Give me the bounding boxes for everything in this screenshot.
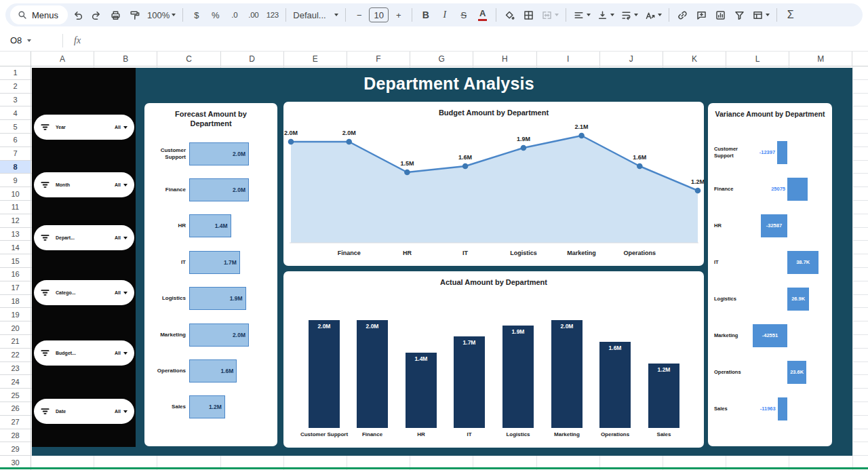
actual-chart[interactable]: Actual Amount by Department 2.0MCustomer…: [283, 271, 704, 448]
row-header-26[interactable]: 26: [0, 402, 31, 416]
row-header-10[interactable]: 10: [0, 187, 31, 201]
redo-button[interactable]: [87, 5, 106, 24]
column-header-C[interactable]: C: [157, 52, 220, 66]
bold-button[interactable]: B: [416, 5, 435, 24]
row-header-23[interactable]: 23: [0, 362, 31, 376]
bar: 23.6K: [787, 361, 806, 384]
row-header-2[interactable]: 2: [0, 80, 31, 94]
fill-color-button[interactable]: [500, 5, 519, 24]
undo-button[interactable]: [68, 5, 87, 24]
format-percent-button[interactable]: %: [206, 5, 224, 24]
filter-depart[interactable]: Depart...All: [34, 225, 134, 250]
text-color-button[interactable]: A: [473, 5, 492, 24]
variance-chart[interactable]: Variance Amount by Department Customer S…: [708, 103, 832, 446]
row-header-7[interactable]: 7: [0, 147, 31, 161]
italic-button[interactable]: I: [435, 5, 454, 24]
bar: 1.7M: [454, 336, 485, 428]
decrease-font-size-button[interactable]: −: [350, 5, 368, 24]
column-header-M[interactable]: M: [789, 52, 852, 66]
row-header-24[interactable]: 24: [0, 375, 31, 389]
bar: 1.4M: [189, 214, 231, 237]
row-header-8[interactable]: 8: [0, 161, 31, 174]
select-all-corner[interactable]: [0, 52, 31, 66]
row-header-11[interactable]: 11: [0, 201, 31, 214]
google-sheets-app: Menus 100% $ % .0 .00 123 Defaul... − 10…: [0, 0, 868, 470]
insert-link-button[interactable]: [673, 5, 692, 24]
filter-catego[interactable]: Catego...All: [34, 280, 134, 305]
toolbar-divider: [776, 8, 777, 22]
row-header-5[interactable]: 5: [0, 120, 31, 134]
print-button[interactable]: [106, 5, 125, 24]
filter-month[interactable]: MonthAll: [34, 172, 134, 197]
column-header-I[interactable]: I: [537, 52, 600, 66]
forecast-chart[interactable]: Forecast Amount by Department Customer S…: [144, 103, 277, 446]
filter-date[interactable]: DateAll: [34, 399, 134, 424]
font-family-button[interactable]: Defaul...: [290, 5, 341, 24]
row-header-9[interactable]: 9: [0, 174, 31, 187]
row-header-21[interactable]: 21: [0, 335, 31, 349]
font-size-input[interactable]: 10: [369, 7, 389, 22]
row-header-16[interactable]: 16: [0, 268, 31, 281]
horizontal-align-button[interactable]: [570, 5, 593, 24]
row-header-22[interactable]: 22: [0, 349, 31, 362]
more-formats-button[interactable]: 123: [263, 5, 281, 24]
column-header-K[interactable]: K: [663, 52, 726, 66]
cell-name-box[interactable]: O8: [0, 30, 58, 51]
column-header-J[interactable]: J: [600, 52, 663, 66]
increase-font-size-button[interactable]: +: [389, 5, 408, 24]
bold-glyph: B: [422, 9, 429, 20]
toolbar-divider: [182, 8, 183, 22]
text-rotation-button[interactable]: [642, 5, 665, 24]
zoom-button[interactable]: 100%: [144, 5, 178, 24]
row-header-29[interactable]: 29: [0, 442, 31, 456]
merge-cells-button[interactable]: [538, 5, 561, 24]
column-header-B[interactable]: B: [94, 52, 157, 66]
decrease-decimal-button[interactable]: .0: [225, 5, 243, 24]
column-header-A[interactable]: A: [31, 52, 94, 66]
department-dashboard[interactable]: YearAllMonthAllDepart...AllCatego...AllB…: [32, 68, 852, 456]
column-header-E[interactable]: E: [284, 52, 347, 66]
row-header-13[interactable]: 13: [0, 228, 31, 241]
formula-input[interactable]: [87, 30, 868, 51]
insert-comment-button[interactable]: [692, 5, 711, 24]
increase-decimal-button[interactable]: .00: [244, 5, 262, 24]
row-header-19[interactable]: 19: [0, 308, 31, 321]
row-header-28[interactable]: 28: [0, 429, 31, 443]
chevron-down-icon: [123, 410, 127, 413]
text-wrap-button[interactable]: [618, 5, 641, 24]
functions-button[interactable]: Σ: [781, 5, 800, 24]
svg-text:2.0M: 2.0M: [342, 130, 356, 136]
borders-button[interactable]: [519, 5, 538, 24]
row-header-1[interactable]: 1: [0, 66, 31, 80]
column-header-G[interactable]: G: [410, 52, 473, 66]
column-header-F[interactable]: F: [347, 52, 410, 66]
table-views-button[interactable]: [749, 5, 772, 24]
vertical-align-button[interactable]: [594, 5, 617, 24]
format-currency-button[interactable]: $: [187, 5, 205, 24]
insert-chart-button[interactable]: [711, 5, 730, 24]
paint-format-button[interactable]: [125, 5, 144, 24]
column-header-L[interactable]: L: [726, 52, 789, 66]
row-header-12[interactable]: 12: [0, 214, 31, 228]
row-header-6[interactable]: 6: [0, 134, 31, 147]
filter-year[interactable]: YearAll: [34, 115, 134, 140]
strikethrough-button[interactable]: S: [454, 5, 473, 24]
row-header-18[interactable]: 18: [0, 295, 31, 309]
row-header-20[interactable]: 20: [0, 321, 31, 335]
row-header-25[interactable]: 25: [0, 389, 31, 402]
row-header-14[interactable]: 14: [0, 241, 31, 254]
column-header-H[interactable]: H: [473, 52, 536, 66]
row-header-17[interactable]: 17: [0, 281, 31, 295]
row-header-3[interactable]: 3: [0, 94, 31, 107]
value-label: 1.9M: [502, 328, 534, 335]
row-header-4[interactable]: 4: [0, 106, 31, 120]
menus-button[interactable]: Menus: [10, 5, 68, 24]
filter-budget[interactable]: Budget...All: [34, 340, 134, 366]
row-header-27[interactable]: 27: [0, 416, 31, 429]
forecast-row: HR1.4M: [144, 208, 277, 244]
create-filter-button[interactable]: [730, 5, 749, 24]
budget-chart[interactable]: Budget Amount by Department 2.0M2.0M1.5M…: [283, 102, 704, 266]
row-header-15[interactable]: 15: [0, 254, 31, 268]
column-header-D[interactable]: D: [221, 52, 284, 66]
formula-bar: O8 fx: [0, 30, 868, 52]
